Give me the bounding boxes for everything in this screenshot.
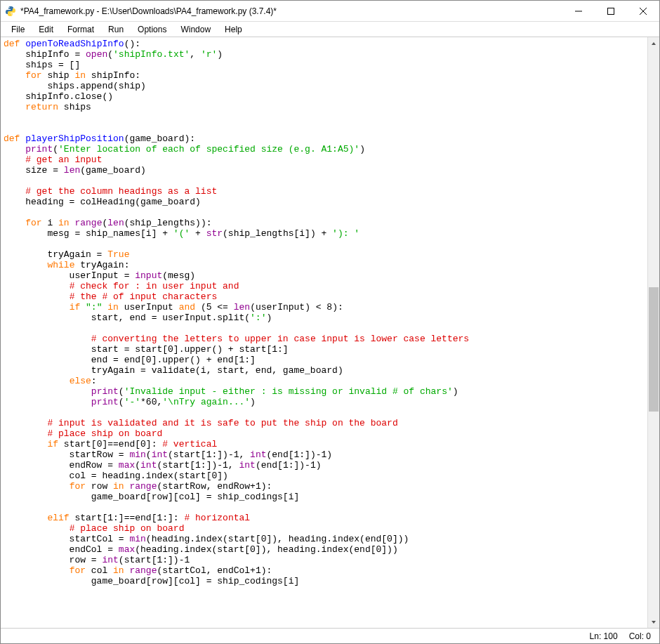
menubar: File Edit Format Run Options Window Help [1, 22, 659, 37]
menu-run[interactable]: Run [102, 23, 130, 36]
scroll-up-button[interactable] [648, 37, 659, 49]
menu-format[interactable]: Format [61, 23, 100, 36]
close-button[interactable] [627, 1, 659, 22]
window-controls [562, 1, 659, 22]
svg-marker-7 [652, 621, 656, 624]
editor-wrap: def openToReadShipInfo(): shipInfo = ope… [1, 37, 659, 628]
app-icon [5, 6, 16, 17]
status-col: Col: 0 [629, 631, 651, 641]
scroll-down-button[interactable] [648, 616, 659, 628]
menu-help[interactable]: Help [218, 23, 249, 36]
minimize-button[interactable] [562, 1, 595, 22]
svg-point-1 [11, 14, 13, 15]
menu-options[interactable]: Options [131, 23, 173, 36]
menu-window[interactable]: Window [174, 23, 217, 36]
menu-edit[interactable]: Edit [32, 23, 60, 36]
scroll-thumb[interactable] [649, 287, 659, 412]
code-editor[interactable]: def openToReadShipInfo(): shipInfo = ope… [1, 37, 647, 628]
statusbar: Ln: 100 Col: 0 [1, 628, 659, 643]
maximize-button[interactable] [595, 1, 627, 22]
svg-marker-6 [652, 42, 656, 45]
svg-point-0 [8, 7, 10, 8]
status-line: Ln: 100 [590, 631, 618, 641]
vertical-scrollbar[interactable] [647, 37, 659, 628]
titlebar: *PA4_framework.py - E:\User\Downloads\PA… [1, 1, 659, 22]
menu-file[interactable]: File [5, 23, 31, 36]
svg-rect-3 [608, 8, 614, 14]
scroll-track[interactable] [648, 49, 659, 616]
window-title: *PA4_framework.py - E:\User\Downloads\PA… [20, 6, 562, 16]
